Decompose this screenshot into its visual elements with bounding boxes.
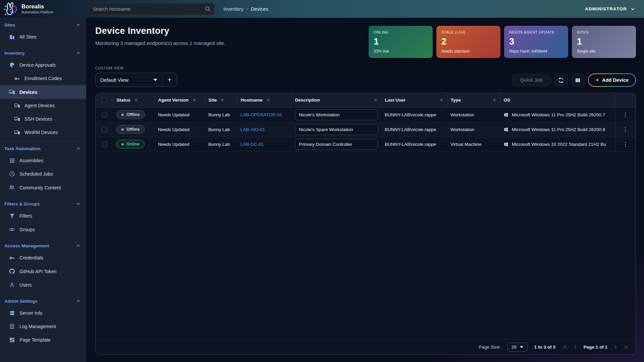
sidebar-item-label: Server Info: [19, 310, 42, 316]
first-page-button[interactable]: [562, 345, 568, 350]
sidebar-item-credentials[interactable]: Credentials: [0, 251, 86, 264]
sidebar-item-agent-devices[interactable]: Agent Devices: [0, 99, 86, 112]
user-menu[interactable]: ADMINISTRATOR: [585, 6, 635, 11]
status-dot-icon: [121, 128, 124, 131]
sidebar-item-label: Groups: [19, 227, 35, 232]
breadcrumb-devices[interactable]: Devices: [251, 6, 268, 12]
devices-table: Status Agent Version Site Hostname Descr…: [96, 93, 636, 152]
stat-label: STALE (>1H): [441, 30, 495, 34]
quick-job-button[interactable]: Quick Job: [512, 74, 551, 86]
view-select-value: Default View: [100, 77, 128, 83]
add-device-button[interactable]: + Add Device: [588, 73, 636, 87]
user-icon: [9, 282, 15, 288]
column-filter-icon[interactable]: [266, 98, 271, 103]
refresh-icon: [558, 77, 564, 83]
sidebar-item-filters[interactable]: Filters: [0, 209, 86, 223]
nav-header-inventory[interactable]: Inventory: [0, 47, 86, 58]
page-subtitle: Monitoring 3 managed endpoint(s) across …: [95, 40, 225, 46]
os-text: Microsoft Windows 10 2022 Standard 21H2 …: [512, 142, 606, 147]
column-filter-icon[interactable]: [439, 98, 444, 103]
row-menu-kebab-icon[interactable]: ⋮: [623, 112, 628, 118]
select-all-checkbox[interactable]: [101, 97, 107, 103]
row-checkbox[interactable]: [102, 141, 107, 147]
nav-header-filters-groups[interactable]: Filters & Groups: [0, 198, 86, 209]
windows-icon: [503, 142, 508, 147]
view-select[interactable]: Default View: [96, 73, 162, 86]
column-header-status: Status: [117, 98, 130, 103]
hostname-link[interactable]: LAB-OPERATOR-01: [240, 112, 282, 117]
nav-header-admin-settings[interactable]: Admin Settings: [0, 295, 86, 306]
row-checkbox[interactable]: [102, 112, 107, 118]
refresh-button[interactable]: [554, 74, 568, 86]
stat-value: 2: [441, 37, 495, 46]
nav-section-admin-settings: Admin Settings Server Info Log Managemen…: [0, 294, 86, 349]
sidebar-item-groups[interactable]: Groups: [0, 223, 86, 236]
sidebar-item-enrollment-codes[interactable]: Enrollment Codes: [0, 72, 86, 85]
sidebar-item-scheduled-jobs[interactable]: Scheduled Jobs: [0, 167, 86, 181]
column-filter-icon[interactable]: [134, 98, 139, 103]
sidebar-item-label: Devices: [19, 89, 37, 95]
breadcrumb-inventory[interactable]: Inventory: [223, 6, 244, 12]
sidebar-item-all-sites[interactable]: All Sites: [0, 30, 86, 44]
brand-name: Borealis: [21, 4, 53, 10]
nav-header-sites[interactable]: Sites: [0, 19, 86, 30]
stat-sub: Needs attention: [441, 49, 495, 54]
caret-down-icon: [520, 346, 523, 348]
shield-check-icon: [9, 62, 15, 68]
sidebar-item-community-content[interactable]: Community Content: [0, 181, 86, 194]
nav-header-label: Filters & Groups: [4, 201, 40, 206]
sidebar-item-label: Community Content: [19, 185, 61, 190]
sidebar-item-label: SSH Devices: [24, 116, 52, 122]
hostname-link[interactable]: LAB-AIO-01: [240, 127, 265, 132]
sidebar-item-server-info[interactable]: Server Info: [0, 306, 86, 320]
sidebar-item-github-api-token[interactable]: GitHub API Token: [0, 264, 86, 278]
stat-cards: ONLINE 1 33% live STALE (>1H) 2 Needs at…: [369, 26, 636, 58]
grid-icon: [9, 158, 15, 164]
status-badge: Offline: [116, 110, 145, 119]
sidebar-item-device-approvals[interactable]: Device Approvals: [0, 58, 86, 72]
nav-header-task-automation[interactable]: Task Automation: [0, 143, 86, 154]
column-filter-icon[interactable]: [492, 98, 497, 103]
description-input[interactable]: [295, 124, 378, 135]
last-page-button[interactable]: [624, 345, 629, 350]
type-cell: Workstation: [447, 107, 500, 122]
chevron-up-icon: [76, 146, 81, 151]
table-header-row: Status Agent Version Site Hostname Descr…: [96, 93, 636, 107]
next-page-button[interactable]: [613, 345, 618, 350]
sidebar-item-assemblies[interactable]: Assemblies: [0, 154, 86, 167]
description-input[interactable]: [295, 139, 378, 150]
sidebar-item-winrm-devices[interactable]: WinRM Devices: [0, 126, 86, 139]
search-input[interactable]: [88, 3, 215, 15]
previous-page-button[interactable]: [573, 345, 578, 350]
sidebar-item-users[interactable]: Users: [0, 278, 86, 292]
columns-icon: [575, 77, 581, 83]
groups-icon: [9, 226, 15, 233]
column-filter-icon[interactable]: [220, 98, 225, 103]
sidebar-item-devices[interactable]: Devices: [0, 85, 86, 99]
row-menu-kebab-icon[interactable]: ⋮: [623, 126, 628, 133]
row-checkbox[interactable]: [102, 127, 107, 132]
stat-sub: Single site: [577, 49, 631, 54]
log-document-icon: [9, 323, 15, 329]
column-filter-icon[interactable]: [373, 98, 378, 103]
description-input[interactable]: [295, 109, 378, 120]
sidebar-item-ssh-devices[interactable]: SSH Devices: [0, 112, 86, 126]
top-bar: Borealis Automation Platform Inventory ›…: [0, 0, 644, 18]
column-header-site: Site: [209, 98, 217, 103]
last-user-cell: BUNNY-LAB\nicole.rappe: [381, 137, 447, 152]
user-menu-label: ADMINISTRATOR: [585, 6, 627, 11]
sidebar-item-label: Enrollment Codes: [24, 76, 62, 81]
hostname-link[interactable]: LAB-DC-01: [240, 142, 264, 147]
nav-header-access-management[interactable]: Access Management: [0, 240, 86, 251]
page-title: Device Inventory: [95, 26, 225, 36]
status-badge: Online: [116, 140, 145, 148]
sidebar-item-label: Device Approvals: [19, 62, 56, 68]
add-view-button[interactable]: +: [162, 73, 177, 86]
sidebar-item-page-template[interactable]: Page Template: [0, 333, 86, 347]
sidebar-item-log-management[interactable]: Log Management: [0, 320, 86, 333]
chevron-up-icon: [76, 243, 81, 248]
column-filter-icon[interactable]: [192, 98, 197, 103]
row-menu-kebab-icon[interactable]: ⋮: [623, 141, 628, 147]
page-size-select[interactable]: 20: [507, 343, 528, 352]
columns-button[interactable]: [571, 74, 585, 86]
